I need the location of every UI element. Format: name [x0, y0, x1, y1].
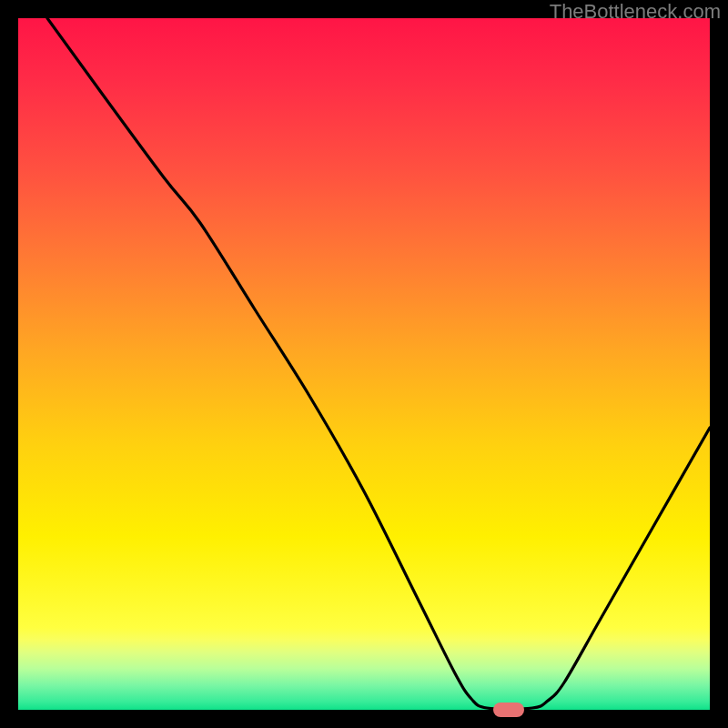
optimal-marker [493, 703, 524, 717]
chart-frame: TheBottleneck.com [0, 0, 728, 728]
watermark-text: TheBottleneck.com [550, 0, 721, 24]
gradient-bg-lower [18, 628, 710, 710]
gradient-bg-upper [18, 18, 710, 628]
